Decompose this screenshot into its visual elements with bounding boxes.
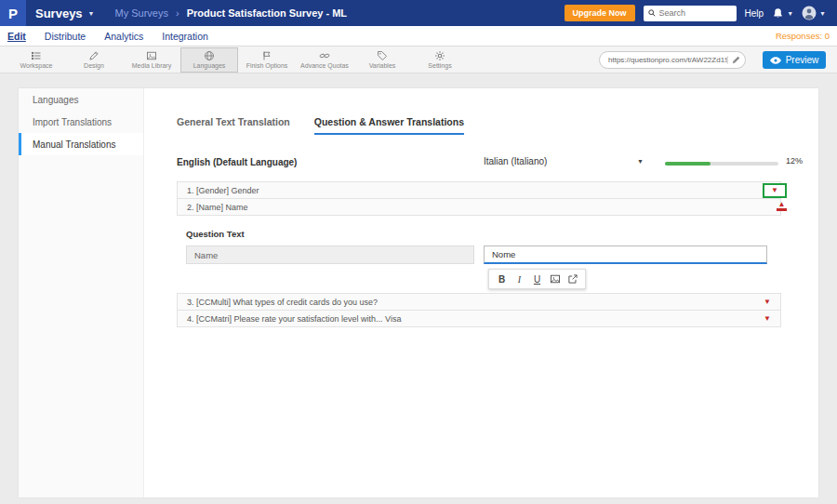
toolbar-label: Media Library: [132, 62, 171, 69]
topbar: P Surveys ▼ My Surveys › Product Satisfa…: [0, 0, 837, 26]
edit-url-button[interactable]: [727, 56, 740, 64]
image-icon: [550, 273, 561, 285]
responses-count: Responses: 0: [776, 31, 830, 41]
translation-progress-percent: 12%: [786, 156, 803, 166]
question-text-label: Question Text: [186, 229, 245, 239]
toolbar-item-variables[interactable]: Variables: [353, 47, 411, 73]
avatar-icon: [802, 6, 817, 20]
notifications-menu[interactable]: ▼: [772, 7, 793, 20]
collapse-bar: [777, 208, 787, 211]
chevron-down-icon: ▼: [637, 158, 644, 165]
chevron-down-icon: ▼: [88, 10, 95, 17]
toolbar-label: Languages: [193, 62, 226, 69]
preview-label: Preview: [786, 55, 819, 65]
toolbar-label: Design: [84, 62, 104, 69]
toolbar-item-media-library[interactable]: Media Library: [123, 47, 180, 73]
breadcrumb-separator: ›: [176, 7, 179, 19]
question-label: 4. [CCMatri] Please rate your satisfacti…: [187, 314, 401, 324]
toolbar-label: Advance Quotas: [300, 62, 349, 69]
tab-question-answer-translations[interactable]: Question & Answer Translations: [314, 116, 464, 135]
upgrade-now-button[interactable]: Upgrade Now: [565, 5, 635, 21]
toolbar-item-workspace[interactable]: Workspace: [7, 47, 65, 73]
insert-image-button[interactable]: [546, 273, 564, 285]
toolbar-item-design[interactable]: Design: [65, 47, 123, 73]
question-label: 3. [CCMulti] What types of credit cards …: [187, 298, 378, 307]
sidebar-item-label: Manual Translations: [33, 139, 116, 150]
media-library-icon: [146, 50, 157, 61]
toolbar-item-advance-quotas[interactable]: Advance Quotas: [296, 47, 353, 73]
page-title: Product Satisfaction Survey - ML: [187, 7, 347, 19]
sidebar-item-label: Languages: [33, 95, 79, 105]
external-link-icon: [567, 273, 578, 285]
expand-toggle-highlighted[interactable]: ▼: [763, 183, 787, 198]
toolbar-label: Settings: [428, 62, 451, 69]
search-input[interactable]: [659, 8, 732, 18]
toolbar-item-finish-options[interactable]: Finish Options: [238, 47, 296, 73]
translation-progress-bar: [665, 162, 778, 166]
collapse-toggle[interactable]: ▲: [777, 201, 787, 211]
toolbar-label: Variables: [369, 62, 396, 69]
translation-main-panel: General Text Translation Question & Answ…: [144, 88, 818, 497]
underline-button[interactable]: U: [528, 274, 546, 285]
sidebar-item-import-translations[interactable]: Import Translations: [19, 111, 143, 133]
nav-tab-analytics[interactable]: Analytics: [104, 31, 143, 42]
target-language-label: Italian (Italiano): [484, 156, 547, 166]
search-icon: [648, 8, 656, 18]
sidebar-item-manual-translations[interactable]: Manual Translations: [19, 133, 143, 155]
question-label: 2. [Name] Name: [187, 203, 248, 212]
question-list: 1. [Gender] Gender ▼ 2. [Name] Name ▲ Qu…: [177, 181, 781, 327]
source-text-input: [186, 245, 474, 264]
target-language-dropdown[interactable]: Italian (Italiano) ▼: [484, 156, 644, 166]
question-row-ccmulti[interactable]: 3. [CCMulti] What types of credit cards …: [177, 293, 781, 311]
question-row-name[interactable]: 2. [Name] Name ▲: [177, 198, 781, 216]
sidebar-item-languages[interactable]: Languages: [19, 88, 143, 111]
question-row-ccmatri[interactable]: 4. [CCMatri] Please rate your satisfacti…: [177, 310, 781, 327]
languages-icon: [204, 50, 215, 61]
bold-button[interactable]: B: [493, 274, 511, 285]
edit-navbar: Edit Distribute Analytics Integration Re…: [0, 26, 837, 46]
sidebar-item-label: Import Translations: [33, 117, 112, 127]
survey-toolbar: Workspace Design Media Library Languages…: [0, 46, 837, 73]
questionpro-translation-page: { "topbar": { "logo_letter": "P", "app_m…: [0, 0, 837, 504]
search-box[interactable]: [644, 6, 737, 21]
survey-url-text[interactable]: https://questionpro.com/t/AW22Zd1S1: [608, 56, 727, 64]
translation-text-input[interactable]: [484, 245, 767, 264]
translation-progress-fill: [665, 162, 711, 166]
questionpro-logo[interactable]: P: [0, 0, 26, 26]
nav-tab-distribute[interactable]: Distribute: [45, 31, 86, 42]
help-link[interactable]: Help: [745, 8, 764, 19]
settings-gear-icon: [434, 50, 445, 61]
user-menu[interactable]: ▼: [802, 6, 826, 20]
question-row-gender[interactable]: 1. [Gender] Gender ▼: [177, 181, 781, 199]
chevron-down-icon: ▼: [771, 187, 778, 194]
pencil-icon: [732, 56, 740, 64]
question-translation-editor: Question Text B I U: [177, 216, 781, 294]
italic-button[interactable]: I: [511, 274, 528, 285]
breadcrumb-my-surveys[interactable]: My Surveys: [115, 7, 168, 19]
translation-tabs: General Text Translation Question & Answ…: [177, 116, 464, 135]
chevron-down-icon: ▼: [819, 10, 826, 17]
toolbar-label: Finish Options: [246, 62, 288, 69]
chevron-down-icon[interactable]: ▼: [764, 298, 771, 306]
surveys-app-label: Surveys: [35, 7, 83, 20]
nav-tab-integration[interactable]: Integration: [162, 31, 208, 42]
surveys-app-menu[interactable]: Surveys ▼: [35, 7, 95, 20]
format-toolbar: B I U: [488, 269, 586, 289]
tab-general-text-translation[interactable]: General Text Translation: [177, 116, 290, 135]
chevron-up-icon: ▲: [778, 201, 786, 207]
insert-link-button[interactable]: [564, 273, 581, 285]
workspace-icon: [31, 50, 42, 61]
bell-icon: [772, 7, 784, 20]
toolbar-item-languages[interactable]: Languages: [180, 47, 238, 73]
source-language-label: English (Default Language): [177, 157, 297, 167]
design-icon: [88, 50, 100, 61]
eye-icon: [770, 57, 781, 64]
language-row: English (Default Language) Italian (Ital…: [177, 155, 828, 170]
toolbar-label: Workspace: [20, 62, 53, 69]
toolbar-item-settings[interactable]: Settings: [411, 47, 469, 73]
finish-options-icon: [261, 50, 272, 61]
translations-sidebar: Languages Import Translations Manual Tra…: [19, 88, 144, 497]
preview-button[interactable]: Preview: [763, 51, 826, 69]
nav-tab-edit[interactable]: Edit: [7, 31, 26, 42]
chevron-down-icon[interactable]: ▼: [764, 315, 771, 323]
